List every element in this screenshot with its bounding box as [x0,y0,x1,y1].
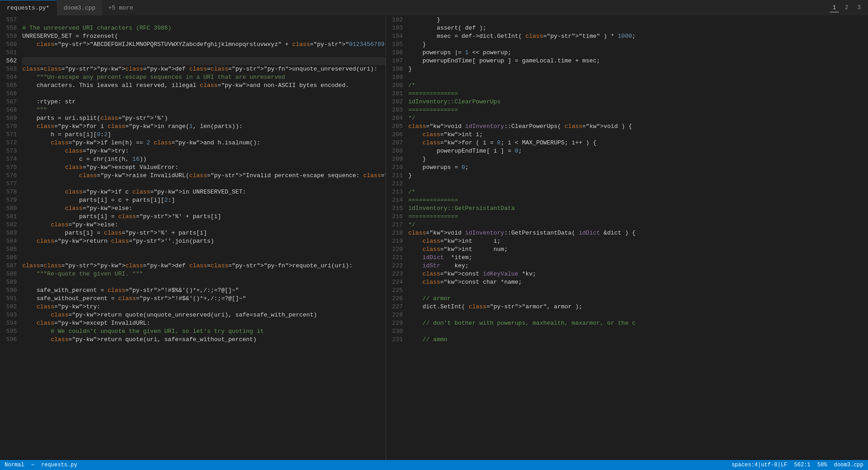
tab-number-2[interactable]: 2 [843,4,851,12]
tab-label-doom3: doom3.cpp [64,5,96,11]
line-numbers-left: 5575585595605615625635645655665675685695… [0,16,20,460]
status-position: 562:1 [794,462,811,468]
code-area-left[interactable]: 5575585595605615625635645655665675685695… [0,16,386,460]
status-filename-left: requests.py [41,462,77,468]
status-filename-right: doom3.cpp [834,462,863,468]
tab-number-3[interactable]: 3 [855,4,863,12]
pane-right: 1921931941951961971981992002012022032042… [386,16,868,460]
mode-indicator: Normal [5,462,24,468]
status-left: Normal ~ requests.py [5,462,77,468]
tab-bar: requests.py* doom3.cpp +5 more 1 2 3 [0,0,868,16]
code-content-left[interactable]: # The unreserved URI characters (RFC 398… [20,16,386,460]
editor-container: 5575585595605615625635645655665675685695… [0,16,868,460]
code-content-right[interactable]: } assert( def ); msec = def->dict.GetInt… [406,16,868,460]
status-tilde: ~ [31,462,34,468]
status-encoding: spaces:4|utf-8|LF [731,462,787,468]
pane-left: 5575585595605615625635645655665675685695… [0,16,386,460]
code-area-right[interactable]: 1921931941951961971981992002012022032042… [386,16,868,460]
tab-requests-py[interactable]: requests.py* [0,0,57,15]
status-right: spaces:4|utf-8|LF 562:1 58% doom3.cpp [731,462,863,468]
tab-more[interactable]: +5 more [103,0,139,15]
tab-label-requests: requests.py* [7,5,50,11]
line-numbers-right: 1921931941951961971981992002012022032042… [386,16,406,460]
tab-more-label: +5 more [108,5,133,11]
status-bar: Normal ~ requests.py spaces:4|utf-8|LF 5… [0,460,868,470]
tab-numbers: 1 2 3 [830,4,868,12]
status-percent: 58% [817,462,827,468]
tab-number-1[interactable]: 1 [830,4,838,12]
tab-doom3-cpp[interactable]: doom3.cpp [57,0,103,15]
